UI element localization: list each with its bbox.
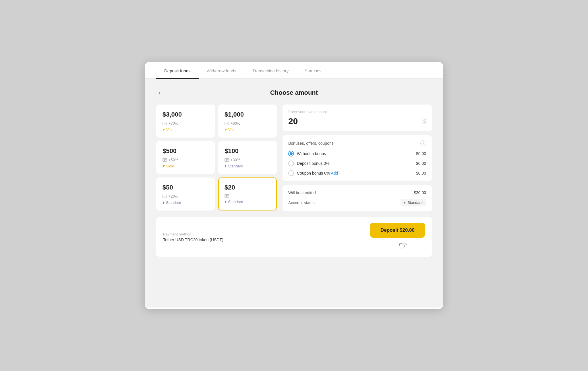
- card-bonus-100: +30%: [225, 158, 270, 162]
- main-content: ‹ Choose amount $3,000 +70% ♥: [145, 79, 443, 308]
- diamond-icon: ♦: [404, 200, 406, 205]
- radio-no-bonus[interactable]: [288, 151, 294, 156]
- amount-card-1000[interactable]: $1,000 +60% ♥ Vip: [218, 105, 277, 138]
- tabs-nav: Deposit funds Withdraw funds Transaction…: [145, 62, 443, 79]
- card-status-1000: ♥ Vip: [225, 127, 270, 132]
- bonus-amount-no-bonus: $0.00: [416, 151, 426, 156]
- bonus-amount-deposit: $0.00: [416, 161, 426, 166]
- card-status-500: ♥ Gold: [163, 164, 208, 168]
- amount-card-100[interactable]: $100 +30% ♦ Standard: [218, 141, 277, 174]
- card-bonus-500: +50%: [163, 158, 208, 162]
- card-bonus-1000: +60%: [225, 121, 270, 125]
- right-panel: Enter your own amount $ Bonuses, offers,…: [283, 105, 432, 211]
- svg-rect-3: [225, 122, 229, 125]
- radio-coupon-bonus[interactable]: [288, 170, 294, 176]
- back-button[interactable]: ‹: [156, 88, 163, 97]
- bonus-option-no-bonus[interactable]: Without a bonus $0.00: [288, 151, 426, 156]
- card-status-50: ♦ Standard: [163, 200, 208, 205]
- bonus-option-coupon[interactable]: Coupon bonus 0% Add $0.00: [288, 170, 426, 176]
- input-row: $: [288, 116, 426, 126]
- summary-row-status: Account status ♦ Standard: [288, 199, 426, 206]
- account-status-badge: ♦ Standard: [401, 199, 426, 206]
- svg-rect-0: [163, 122, 167, 125]
- coupon-add-link[interactable]: Add: [331, 171, 338, 175]
- summary-credited-label: Will be credited: [288, 190, 316, 195]
- payment-label: Payment method: [163, 232, 223, 236]
- card-bonus-3000: +70%: [163, 121, 208, 125]
- summary-status-label: Account status: [288, 200, 315, 205]
- radio-inner-no-bonus: [290, 152, 293, 155]
- bonus-label-no-bonus: Without a bonus: [297, 151, 326, 156]
- bonus-icon-500: [163, 158, 167, 162]
- summary-credited-value: $20.00: [414, 190, 426, 195]
- amount-cards-grid: $3,000 +70% ♥ Vip $1,000: [156, 105, 277, 210]
- bonus-left-no-bonus: Without a bonus: [288, 151, 326, 156]
- currency-symbol: $: [422, 117, 426, 125]
- bonus-option-deposit[interactable]: Deposit bonus 0% $0.00: [288, 161, 426, 166]
- svg-rect-9: [225, 159, 229, 161]
- card-amount-50: $50: [163, 184, 208, 191]
- tab-transaction-history[interactable]: Transaction history: [244, 62, 297, 78]
- bonus-amount-coupon: $0.00: [416, 171, 426, 175]
- card-amount-1000: $1,000: [225, 111, 270, 118]
- deposit-button[interactable]: Deposit $20.00: [370, 223, 425, 238]
- svg-rect-12: [163, 195, 167, 198]
- summary-box: Will be credited $20.00 Account status ♦…: [283, 185, 432, 211]
- content-grid: $3,000 +70% ♥ Vip $1,000: [156, 105, 432, 211]
- card-status-100: ♦ Standard: [225, 164, 270, 168]
- card-status-20: ♦ Standard: [225, 199, 270, 204]
- svg-rect-6: [163, 159, 167, 161]
- amount-input-box: Enter your own amount $: [283, 105, 432, 131]
- bonus-icon-1000: [225, 122, 229, 125]
- bonus-icon-20: [225, 194, 229, 198]
- bonuses-header: Bonuses, offers, coupons i: [288, 140, 426, 146]
- tab-withdraw-funds[interactable]: Withdraw funds: [199, 62, 244, 78]
- bonus-icon-3000: [163, 122, 167, 125]
- amount-card-3000[interactable]: $3,000 +70% ♥ Vip: [156, 105, 215, 138]
- deposit-btn-wrapper: Deposit $20.00 ☞: [370, 223, 425, 251]
- payment-info: Payment method Tether USD TRC20 token (U…: [163, 232, 223, 242]
- radio-deposit-bonus[interactable]: [288, 161, 294, 166]
- input-label: Enter your own amount: [288, 110, 426, 114]
- info-icon[interactable]: i: [420, 140, 426, 146]
- footer-bar: Payment method Tether USD TRC20 token (U…: [156, 217, 432, 257]
- card-bonus-20: [225, 194, 270, 198]
- cursor-pointer-icon: ☞: [370, 241, 425, 251]
- amount-card-20[interactable]: $20 ♦ Standard: [218, 177, 277, 210]
- amount-card-50[interactable]: $50 +20% ♦ Standard: [156, 177, 215, 210]
- card-amount-3000: $3,000: [163, 111, 208, 118]
- bonus-icon-100: [225, 158, 229, 162]
- bonuses-box: Bonuses, offers, coupons i Without a bon…: [283, 135, 432, 181]
- payment-method: Tether USD TRC20 token (USDT): [163, 237, 223, 242]
- bonus-label-deposit: Deposit bonus 0%: [297, 161, 330, 166]
- card-amount-100: $100: [225, 147, 270, 155]
- page-header: ‹ Choose amount: [156, 89, 432, 96]
- svg-rect-15: [225, 194, 229, 197]
- card-amount-20: $20: [225, 184, 270, 191]
- app-container: Deposit funds Withdraw funds Transaction…: [145, 62, 443, 309]
- bonus-left-deposit: Deposit bonus 0%: [288, 161, 330, 166]
- bonus-icon-50: [163, 195, 167, 198]
- amount-input-field[interactable]: [288, 116, 399, 126]
- card-status-3000: ♥ Vip: [163, 127, 208, 132]
- bonus-left-coupon: Coupon bonus 0% Add: [288, 170, 338, 176]
- card-amount-500: $500: [163, 147, 208, 155]
- card-bonus-50: +20%: [163, 194, 208, 198]
- bonuses-title: Bonuses, offers, coupons: [288, 141, 334, 146]
- page-title: Choose amount: [270, 89, 318, 96]
- summary-row-credited: Will be credited $20.00: [288, 190, 426, 195]
- tab-statuses[interactable]: Statuses: [297, 62, 329, 78]
- amount-card-500[interactable]: $500 +50% ♥ Gold: [156, 141, 215, 174]
- status-badge-text: Standard: [407, 200, 423, 205]
- bonus-label-coupon: Coupon bonus 0% Add: [297, 171, 338, 175]
- tab-deposit-funds[interactable]: Deposit funds: [156, 62, 199, 78]
